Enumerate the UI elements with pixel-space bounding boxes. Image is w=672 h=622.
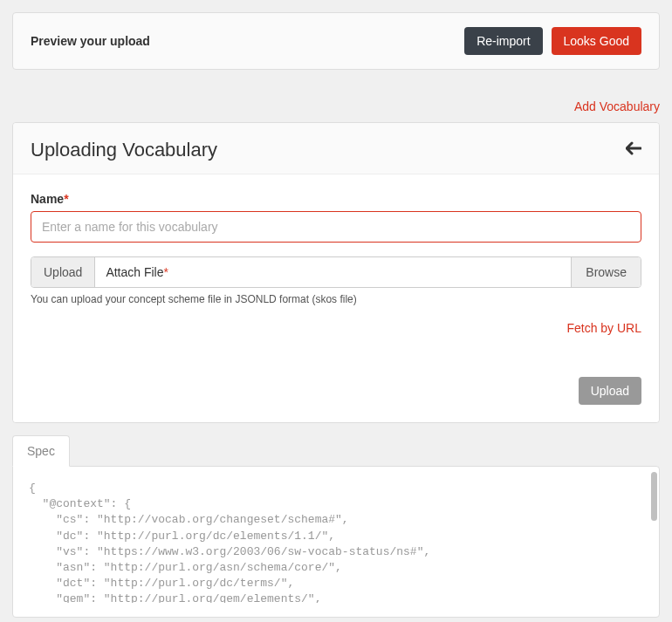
required-marker: * xyxy=(164,265,168,279)
submit-row: Upload xyxy=(31,377,641,405)
browse-button[interactable]: Browse xyxy=(571,257,641,287)
preview-upload-panel: Preview your upload Re-import Looks Good xyxy=(12,12,660,70)
back-arrow-icon[interactable] xyxy=(626,141,641,160)
upload-submit-button[interactable]: Upload xyxy=(579,377,641,405)
file-upload-row: Upload Attach File* Browse xyxy=(31,256,641,288)
looks-good-button[interactable]: Looks Good xyxy=(552,27,642,55)
preview-title: Preview your upload xyxy=(31,34,150,48)
upload-panel-title: Uploading Vocabulary xyxy=(31,139,217,161)
tab-spec[interactable]: Spec xyxy=(12,435,70,467)
add-vocabulary-row: Add Vocabulary xyxy=(12,99,660,113)
upload-file-button[interactable]: Upload xyxy=(31,257,95,287)
uploading-vocabulary-panel: Uploading Vocabulary Name* Upload Attach… xyxy=(12,122,660,423)
upload-panel-body: Name* Upload Attach File* Browse You can… xyxy=(13,174,659,422)
spec-content[interactable]: { "@context": { "cs": "http://vocab.org/… xyxy=(29,481,643,603)
fetch-url-row: Fetch by URL xyxy=(31,321,641,335)
attach-file-label: Attach File* xyxy=(95,257,571,287)
add-vocabulary-link[interactable]: Add Vocabulary xyxy=(574,99,660,113)
preview-actions: Re-import Looks Good xyxy=(464,27,641,55)
spec-panel: { "@context": { "cs": "http://vocab.org/… xyxy=(12,466,660,618)
fetch-by-url-link[interactable]: Fetch by URL xyxy=(566,321,641,335)
required-marker: * xyxy=(64,192,68,206)
name-label: Name* xyxy=(31,192,641,206)
scrollbar-thumb[interactable] xyxy=(651,472,657,521)
file-help-text: You can upload your concept scheme file … xyxy=(31,293,641,305)
vocabulary-name-input[interactable] xyxy=(31,211,641,243)
reimport-button[interactable]: Re-import xyxy=(464,27,542,55)
upload-panel-header: Uploading Vocabulary xyxy=(13,123,659,174)
tabs-row: Spec xyxy=(12,435,660,467)
